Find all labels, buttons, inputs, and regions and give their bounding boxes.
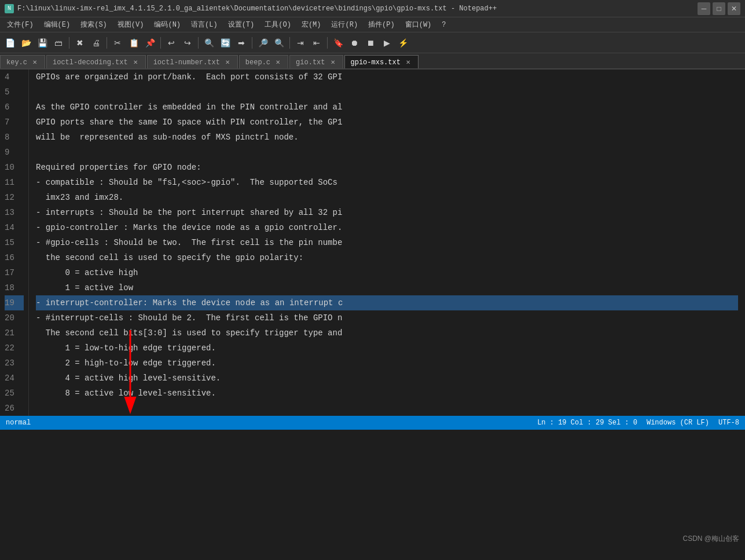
cut-button[interactable]: ✂ — [110, 35, 125, 50]
line-number-20: 20 — [5, 310, 24, 325]
tab-ioctl-number[interactable]: ioctl-number.txt ✕ — [147, 55, 238, 69]
maximize-button[interactable]: □ — [713, 2, 725, 15]
tab-gio-txt-close[interactable]: ✕ — [329, 58, 337, 67]
editor[interactable]: 4567891011121314151617181920212223242526… — [0, 69, 745, 416]
line-number-13: 13 — [5, 205, 24, 220]
menu-item-n[interactable]: 编码(N) — [149, 19, 185, 31]
status-left: normal — [6, 419, 31, 427]
line-19-after-cursor: de as an interrupt c — [245, 295, 343, 310]
line-number-17: 17 — [5, 265, 24, 280]
tab-gpio-mxs[interactable]: gpio-mxs.txt ✕ — [344, 55, 419, 69]
menu-item-r[interactable]: 运行(R) — [326, 19, 362, 31]
code-line-4[interactable]: GPIOs are organized in port/bank. Each p… — [36, 69, 738, 85]
code-line-22[interactable]: 1 = low-to-high edge triggered. — [36, 341, 738, 356]
print-button[interactable]: 🖨 — [89, 35, 104, 50]
line-text-16: the second cell is used to specify the g… — [36, 250, 303, 265]
line-number-16: 16 — [5, 250, 24, 265]
line-text-13: - interrupts : Should be the port interr… — [36, 205, 342, 220]
unindent-button[interactable]: ⇤ — [309, 35, 324, 50]
menu-item-t[interactable]: 设置(T) — [223, 19, 259, 31]
menu-item-[interactable]: ? — [437, 20, 450, 30]
code-line-26[interactable] — [36, 401, 738, 416]
menu-item-s[interactable]: 搜索(S) — [76, 19, 112, 31]
save-all-button[interactable]: 🗃 — [51, 35, 66, 50]
tab-key-c-close[interactable]: ✕ — [31, 58, 39, 67]
tab-beep-c[interactable]: beep.c ✕ — [239, 55, 288, 69]
code-line-7[interactable]: GPIO ports share the same IO space with … — [36, 115, 738, 130]
line-number-22: 22 — [5, 341, 24, 356]
tab-ioctl-decoding-close[interactable]: ✕ — [131, 58, 140, 67]
code-line-19[interactable]: - interrupt-controller: Marks the device… — [36, 295, 738, 310]
zoom-in-button[interactable]: 🔎 — [255, 35, 270, 50]
tab-key-c[interactable]: key.c ✕ — [0, 55, 45, 69]
menu-item-w[interactable]: 窗口(W) — [401, 19, 436, 31]
menu-item-p[interactable]: 插件(P) — [364, 19, 399, 31]
new-button[interactable]: 📄 — [2, 35, 17, 50]
code-line-11[interactable]: - compatible : Should be "fsl,<soc>-gpio… — [36, 175, 738, 190]
goto-button[interactable]: ➡ — [234, 35, 249, 50]
line-number-12: 12 — [5, 190, 24, 205]
line-text-25: 8 = active low level-sensitive. — [36, 386, 216, 401]
undo-button[interactable]: ↩ — [164, 35, 179, 50]
line-number-6: 6 — [5, 100, 24, 115]
tab-ioctl-decoding[interactable]: ioctl-decoding.txt ✕ — [46, 55, 146, 69]
line-text-24: 4 = active high level-sensitive. — [36, 371, 221, 386]
line-text-23: 2 = high-to-low edge triggered. — [36, 356, 216, 371]
code-line-23[interactable]: 2 = high-to-low edge triggered. — [36, 356, 738, 371]
menu-item-e[interactable]: 编辑(E) — [39, 19, 75, 31]
code-line-13[interactable]: - interrupts : Should be the port interr… — [36, 205, 738, 220]
minimize-button[interactable]: ─ — [698, 2, 710, 15]
line-number-21: 21 — [5, 325, 24, 341]
menu-item-v[interactable]: 视图(V) — [113, 19, 149, 31]
code-line-12[interactable]: imx23 and imx28. — [36, 190, 738, 205]
open-button[interactable]: 📂 — [19, 35, 34, 50]
watermark: CSDN @梅山创客 — [682, 534, 739, 544]
code-area[interactable]: GPIOs are organized in port/bank. Each p… — [29, 69, 745, 416]
indent-button[interactable]: ⇥ — [293, 35, 308, 50]
run-button[interactable]: ⚡ — [395, 35, 410, 50]
macro-play-button[interactable]: ▶ — [379, 35, 394, 50]
code-line-15[interactable]: - #gpio-cells : Should be two. The first… — [36, 235, 738, 250]
menu-item-l[interactable]: 语言(L) — [186, 19, 222, 31]
code-line-6[interactable]: As the GPIO controller is embedded in th… — [36, 100, 738, 115]
tab-ioctl-number-close[interactable]: ✕ — [223, 58, 232, 67]
code-line-25[interactable]: 8 = active low level-sensitive. — [36, 386, 738, 401]
menu-item-f[interactable]: 文件(F) — [2, 19, 38, 31]
menu-item-m[interactable]: 宏(M) — [297, 19, 326, 31]
code-line-14[interactable]: - gpio-controller : Marks the device nod… — [36, 220, 738, 235]
tab-gpio-mxs-close[interactable]: ✕ — [404, 58, 412, 67]
replace-button[interactable]: 🔄 — [218, 35, 233, 50]
code-line-8[interactable]: will be represented as sub-nodes of MXS … — [36, 130, 738, 145]
zoom-out-button[interactable]: 🔍 — [271, 35, 287, 50]
code-line-18[interactable]: 1 = active low — [36, 280, 738, 295]
sep6 — [289, 37, 290, 49]
paste-button[interactable]: 📌 — [142, 35, 157, 50]
close-all-button[interactable]: ✖ — [72, 35, 87, 50]
line-number-10: 10 — [5, 160, 24, 175]
close-button[interactable]: ✕ — [728, 2, 740, 15]
tab-gio-txt[interactable]: gio.txt ✕ — [289, 55, 343, 69]
copy-button[interactable]: 📋 — [126, 35, 141, 50]
menu-bar: 文件(F)编辑(E)搜索(S)视图(V)编码(N)语言(L)设置(T)工具(O)… — [0, 17, 745, 32]
sep2 — [107, 37, 107, 49]
line-number-14: 14 — [5, 220, 24, 235]
code-line-9[interactable] — [36, 145, 738, 160]
title-bar-left: N F:\linux\linux-imx-rel_imx_4.1.15_2.1.… — [5, 4, 497, 13]
line-number-8: 8 — [5, 130, 24, 145]
find-button[interactable]: 🔍 — [201, 35, 216, 50]
menu-item-o[interactable]: 工具(O) — [260, 19, 296, 31]
code-line-17[interactable]: 0 = active high — [36, 265, 738, 280]
bookmark-button[interactable]: 🔖 — [331, 35, 346, 50]
code-line-16[interactable]: the second cell is used to specify the g… — [36, 250, 738, 265]
code-line-24[interactable]: 4 = active high level-sensitive. — [36, 371, 738, 386]
macro-stop-button[interactable]: ⏹ — [363, 35, 378, 50]
line-number-7: 7 — [5, 115, 24, 130]
tab-beep-c-close[interactable]: ✕ — [274, 58, 282, 67]
code-line-20[interactable]: - #interrupt-cells : Should be 2. The fi… — [36, 310, 738, 325]
code-line-5[interactable] — [36, 85, 738, 100]
code-line-21[interactable]: The second cell bits[3:0] is used to spe… — [36, 325, 738, 341]
redo-button[interactable]: ↪ — [180, 35, 195, 50]
code-line-10[interactable]: Required properties for GPIO node: — [36, 160, 738, 175]
macro-record-button[interactable]: ⏺ — [347, 35, 362, 50]
save-button[interactable]: 💾 — [35, 35, 50, 50]
